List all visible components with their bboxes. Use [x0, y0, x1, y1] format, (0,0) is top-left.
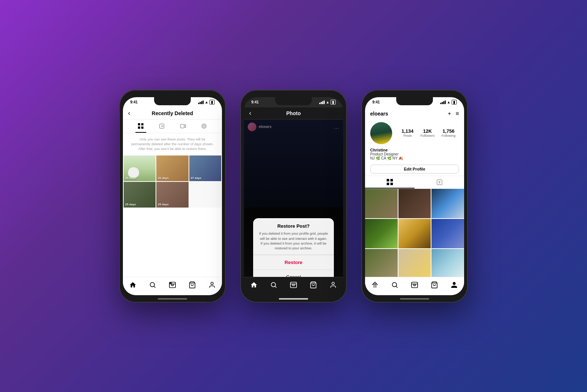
profile-photo-5[interactable]	[398, 219, 431, 248]
svg-point-16	[211, 282, 214, 285]
back-button-2[interactable]: ‹	[249, 109, 251, 117]
deleted-photo-5[interactable]: 25 days	[156, 182, 188, 208]
svg-rect-19	[291, 282, 297, 288]
phone2-screen: 9:41 ▲ ▮ ‹ Photo	[244, 97, 343, 295]
profile-header-icons: + ≡	[448, 110, 459, 117]
profile-info: 1,134 Posts 12K Followers 1,756 Followin…	[365, 120, 464, 146]
battery-icon-3: ▮	[452, 100, 457, 105]
wifi-icon: ▲	[205, 100, 208, 104]
phone-notch-1	[154, 97, 191, 105]
home-indicator-1	[158, 298, 187, 300]
tab-reels-filter[interactable]	[156, 122, 167, 131]
svg-rect-0	[138, 123, 140, 125]
tab-grid-profile[interactable]	[365, 176, 415, 188]
svg-point-23	[332, 282, 335, 285]
bottom-nav-1	[123, 277, 222, 295]
reels-nav-2[interactable]	[289, 281, 298, 289]
photo-area: eloears ... Restore Post? If you deleted…	[244, 120, 343, 295]
edit-profile-button[interactable]: Edit Profile	[370, 165, 459, 173]
profile-bio: Christine Product Designer NJ 🌿 CA 🌿 NY …	[365, 146, 464, 163]
following-stat: 1,756 Following	[441, 128, 455, 138]
tab-grid[interactable]	[135, 122, 146, 131]
phone1-screen: 9:41 ▲ ▮ ‹ Recently Deleted	[123, 97, 222, 295]
profile-photo-1[interactable]	[365, 189, 398, 218]
home-indicator-3	[400, 298, 429, 300]
battery-icon-2: ▮	[331, 100, 336, 105]
back-button-1[interactable]: ‹	[128, 109, 130, 117]
bottom-nav-3	[365, 277, 464, 295]
add-post-icon[interactable]: +	[448, 110, 451, 117]
reels-nav-3[interactable]	[410, 281, 419, 289]
svg-rect-31	[412, 282, 418, 288]
svg-rect-26	[387, 183, 389, 185]
profile-photo-2[interactable]	[398, 189, 431, 218]
menu-icon[interactable]: ≡	[456, 110, 459, 117]
status-time-2: 9:41	[251, 100, 259, 104]
shop-nav-2[interactable]	[309, 281, 318, 289]
profile-nav-1[interactable]	[208, 281, 216, 289]
svg-point-7	[203, 125, 205, 127]
phone-3: 9:41 ▲ ▮ eloears + ≡	[361, 90, 468, 303]
svg-rect-1	[141, 123, 143, 125]
deleted-photos-grid: 29 days 26 days 27 days 25 days 25 days	[123, 155, 222, 208]
dialog-overlay: Restore Post? If you deleted it from you…	[244, 120, 343, 295]
phone-notch-2	[275, 97, 312, 105]
shop-nav-3[interactable]	[430, 281, 439, 289]
profile-nav-2[interactable]	[329, 281, 338, 289]
deleted-photo-4[interactable]: 25 days	[124, 182, 156, 208]
profile-username: eloears	[370, 111, 388, 117]
days-label-4: 25 days	[125, 203, 136, 206]
home-nav-2[interactable]	[249, 281, 258, 289]
svg-point-29	[392, 282, 397, 287]
profile-photo-6[interactable]	[431, 219, 464, 248]
profile-avatar	[370, 122, 392, 144]
profile-photo-4[interactable]	[365, 219, 398, 248]
search-nav-1[interactable]	[148, 281, 157, 289]
profile-nav-3-active[interactable]	[450, 281, 459, 289]
deleted-photo-2[interactable]: 26 days	[156, 155, 188, 181]
signal-icon-2	[319, 100, 325, 104]
reels-nav-1[interactable]	[168, 281, 177, 289]
home-nav-1[interactable]	[128, 281, 137, 289]
posts-label: Posts	[401, 134, 413, 138]
page-title-1: Recently Deleted	[152, 110, 193, 116]
recently-deleted-header: ‹ Recently Deleted	[123, 107, 222, 120]
signal-icon-3	[440, 100, 446, 104]
filter-tabs-1	[123, 120, 222, 133]
home-nav-3[interactable]	[371, 281, 379, 289]
tab-video-filter[interactable]	[178, 122, 189, 131]
deleted-photo-empty	[189, 182, 221, 208]
days-label-1: 29 days	[125, 176, 136, 180]
restore-button[interactable]: Restore	[253, 255, 334, 270]
tab-underline	[135, 132, 146, 133]
search-nav-3[interactable]	[390, 281, 399, 289]
bio-name: Christine	[370, 148, 459, 152]
phone-notch-3	[396, 97, 433, 105]
deleted-photo-3[interactable]: 27 days	[189, 155, 221, 181]
search-nav-2[interactable]	[269, 281, 278, 289]
profile-photo-7[interactable]	[365, 249, 398, 278]
bottom-nav-2	[244, 277, 343, 295]
posts-stat: 1,134 Posts	[401, 128, 413, 138]
svg-rect-2	[138, 127, 140, 129]
profile-photo-9[interactable]	[431, 249, 464, 278]
profile-photo-3[interactable]	[431, 189, 464, 218]
following-label: Following	[441, 134, 455, 138]
tab-tagged-profile[interactable]	[415, 176, 464, 188]
svg-line-9	[154, 286, 156, 288]
svg-rect-24	[387, 179, 389, 182]
deleted-photo-1[interactable]: 29 days	[124, 155, 156, 181]
followers-stat: 12K Followers	[420, 128, 435, 138]
profile-header: eloears + ≡	[365, 107, 464, 120]
followers-count: 12K	[420, 128, 435, 134]
status-time-3: 9:41	[372, 100, 380, 104]
svg-rect-25	[390, 179, 393, 182]
svg-line-18	[275, 286, 277, 288]
signal-icon	[198, 100, 204, 104]
battery-icon: ▮	[209, 100, 215, 105]
dialog-header: Restore Post? If you deleted it from you…	[253, 218, 334, 254]
shop-nav-1[interactable]	[188, 281, 197, 289]
status-icons-2: ▲ ▮	[319, 100, 336, 105]
profile-photo-8[interactable]	[398, 249, 431, 278]
tab-story-filter[interactable]	[198, 122, 209, 131]
